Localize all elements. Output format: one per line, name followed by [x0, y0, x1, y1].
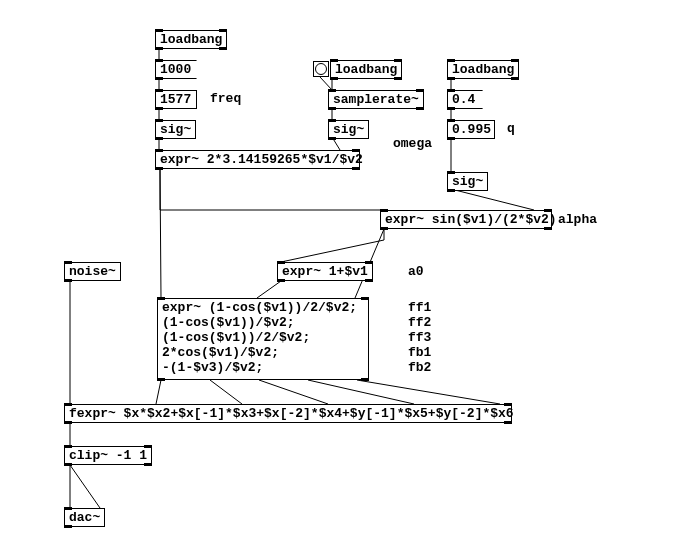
label-ff1: ff1 — [408, 300, 431, 315]
iolet — [328, 137, 336, 140]
iolet — [155, 47, 163, 50]
label-omega: omega — [393, 136, 432, 151]
iolet — [155, 149, 163, 152]
iolet — [511, 77, 519, 80]
iolet — [64, 463, 72, 466]
iolet — [155, 137, 163, 140]
iolet — [155, 89, 163, 92]
iolet — [394, 77, 402, 80]
iolet — [361, 297, 369, 300]
obj-loadbang-1[interactable]: loadbang — [155, 30, 227, 49]
svg-line-17 — [257, 281, 281, 298]
iolet — [144, 445, 152, 448]
iolet — [155, 167, 163, 170]
svg-line-27 — [70, 465, 100, 508]
iolet — [144, 463, 152, 466]
iolet — [504, 421, 512, 424]
iolet — [64, 261, 72, 264]
iolet — [330, 77, 338, 80]
obj-clip[interactable]: clip~ -1 1 — [64, 446, 152, 465]
svg-line-13 — [451, 189, 534, 210]
iolet — [155, 107, 163, 110]
iolet — [157, 297, 165, 300]
obj-a0-expr[interactable]: expr~ 1+$v1 — [277, 262, 373, 281]
iolet — [544, 227, 552, 230]
bang-button[interactable] — [313, 61, 329, 77]
iolet — [277, 261, 285, 264]
iolet — [380, 209, 388, 212]
iolet — [447, 119, 455, 122]
label-alpha: alpha — [558, 212, 597, 227]
obj-omega-expr[interactable]: expr~ 2*3.14159265*$v1/$v2 — [155, 150, 360, 169]
label-q: q — [507, 121, 515, 136]
iolet — [416, 89, 424, 92]
iolet — [352, 149, 360, 152]
iolet — [64, 507, 72, 510]
iolet — [447, 189, 455, 192]
iolet — [361, 378, 369, 381]
svg-line-15 — [281, 240, 384, 262]
label-fb2: fb2 — [408, 360, 431, 375]
iolet — [328, 89, 336, 92]
iolet — [447, 107, 455, 110]
iolet — [219, 29, 227, 32]
iolet — [64, 421, 72, 424]
iolet — [394, 59, 402, 62]
obj-alpha-expr[interactable]: expr~ sin($v1)/(2*$v2) — [380, 210, 552, 229]
iolet — [155, 77, 163, 80]
iolet — [447, 59, 455, 62]
iolet — [64, 279, 72, 282]
obj-samplerate[interactable]: samplerate~ — [328, 90, 424, 109]
iolet — [330, 59, 338, 62]
iolet — [155, 119, 163, 122]
svg-line-22 — [259, 380, 328, 404]
obj-noise[interactable]: noise~ — [64, 262, 121, 281]
obj-coeffs-expr[interactable]: expr~ (1-cos($v1))/2/$v2; (1-cos($v1))/$… — [157, 298, 369, 380]
iolet — [155, 29, 163, 32]
iolet — [380, 227, 388, 230]
iolet — [219, 47, 227, 50]
obj-loadbang-3[interactable]: loadbang — [447, 60, 519, 79]
iolet — [328, 107, 336, 110]
label-ff3: ff3 — [408, 330, 431, 345]
iolet — [64, 403, 72, 406]
iolet — [157, 378, 165, 381]
obj-loadbang-2[interactable]: loadbang — [330, 60, 402, 79]
svg-line-21 — [210, 380, 242, 404]
iolet — [511, 59, 519, 62]
svg-line-23 — [308, 380, 414, 404]
iolet — [504, 403, 512, 406]
iolet — [416, 107, 424, 110]
label-freq: freq — [210, 91, 241, 106]
label-ff2: ff2 — [408, 315, 431, 330]
svg-line-16 — [160, 169, 161, 298]
iolet — [64, 525, 72, 528]
iolet — [365, 261, 373, 264]
iolet — [155, 59, 163, 62]
svg-line-24 — [357, 380, 500, 404]
label-a0: a0 — [408, 264, 424, 279]
iolet — [447, 89, 455, 92]
iolet — [328, 119, 336, 122]
svg-line-20 — [156, 380, 161, 404]
iolet — [365, 279, 373, 282]
iolet — [447, 77, 455, 80]
label-fb1: fb1 — [408, 345, 431, 360]
iolet — [447, 171, 455, 174]
iolet — [352, 167, 360, 170]
iolet — [447, 137, 455, 140]
iolet — [544, 209, 552, 212]
iolet — [277, 279, 285, 282]
obj-fexpr[interactable]: fexpr~ $x*$x2+$x[-1]*$x3+$x[-2]*$x4+$y[-… — [64, 404, 512, 423]
iolet — [64, 445, 72, 448]
